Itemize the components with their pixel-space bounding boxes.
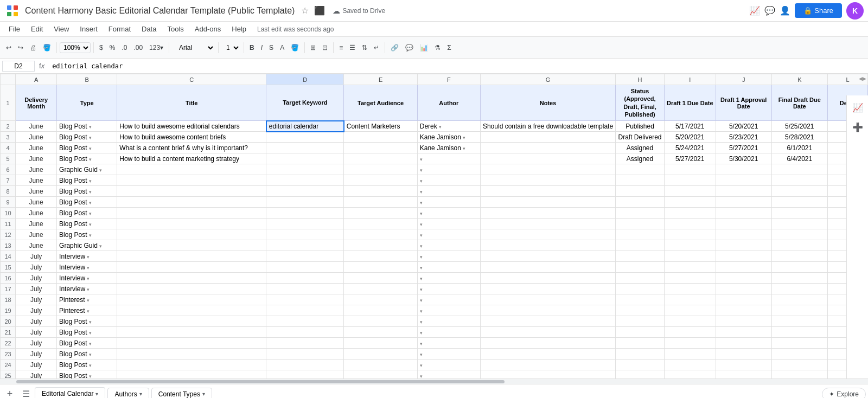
cell-draft1-due[interactable]: 5/17/2021 <box>664 121 716 132</box>
cell-draft1-approval[interactable] <box>716 197 771 208</box>
cell-delivery-month[interactable]: June <box>16 153 57 164</box>
cell-status[interactable] <box>616 197 665 208</box>
cell-title[interactable] <box>117 262 266 273</box>
row-num-15[interactable]: 15 <box>1 262 16 273</box>
cell-status[interactable] <box>616 164 665 175</box>
cell-draft1-approval[interactable] <box>716 208 771 219</box>
cell-delivery-month[interactable]: June <box>16 164 57 175</box>
cell-delivery-month[interactable]: June <box>16 208 57 219</box>
cell-target-audience[interactable] <box>344 175 417 186</box>
cell-title[interactable] <box>117 186 266 197</box>
cell-notes[interactable] <box>480 153 615 164</box>
cell-delivery-month[interactable]: July <box>16 360 57 370</box>
header-cell-F[interactable]: Author <box>417 85 480 121</box>
cell-notes[interactable] <box>480 186 615 197</box>
cell-notes[interactable] <box>480 175 615 186</box>
menu-view[interactable]: View <box>49 24 73 34</box>
cell-type[interactable]: Blog Post ▾ <box>57 316 117 327</box>
cell-final-draft-due[interactable] <box>771 251 827 262</box>
cell-delivery-month[interactable]: June <box>16 240 57 251</box>
cell-type[interactable]: Graphic Guid ▾ <box>57 240 117 251</box>
cell-type[interactable]: Pinterest ▾ <box>57 294 117 305</box>
cell-type[interactable]: Pinterest ▾ <box>57 305 117 316</box>
cell-author[interactable]: ▾ <box>417 240 480 251</box>
cell-final-draft-due[interactable] <box>771 273 827 284</box>
cell-type[interactable]: Blog Post ▾ <box>57 338 117 349</box>
row-num-9[interactable]: 9 <box>1 197 16 208</box>
cell-delivery-month[interactable]: July <box>16 294 57 305</box>
cell-notes[interactable] <box>480 197 615 208</box>
cell-status[interactable] <box>616 240 665 251</box>
cell-target-audience[interactable]: Content Marketers <box>344 121 417 132</box>
cell-type[interactable]: Blog Post ▾ <box>57 121 117 132</box>
cell-author[interactable]: ▾ <box>417 153 480 164</box>
cell-draft1-due[interactable] <box>664 186 716 197</box>
cell-status[interactable] <box>616 305 665 316</box>
explore-button[interactable]: ✦ Explore <box>822 388 866 399</box>
cell-draft1-approval[interactable] <box>716 349 771 360</box>
cell-status[interactable] <box>616 284 665 294</box>
cell-draft1-approval[interactable] <box>716 273 771 284</box>
cell-draft1-approval[interactable] <box>716 360 771 370</box>
percent-button[interactable]: % <box>107 42 118 54</box>
cell-draft1-due[interactable] <box>664 175 716 186</box>
col-header-L[interactable]: L ◀▶ <box>827 74 867 85</box>
cell-status[interactable] <box>616 262 665 273</box>
cell-draft1-approval[interactable] <box>716 229 771 240</box>
cell-target-audience[interactable] <box>344 219 417 229</box>
cell-delivery-month[interactable]: July <box>16 262 57 273</box>
cell-delivery-month[interactable]: June <box>16 143 57 153</box>
filter-button[interactable]: ⚗ <box>432 42 443 54</box>
col-header-C[interactable]: C <box>117 74 266 85</box>
cell-draft1-due[interactable] <box>664 370 716 378</box>
cell-draft1-due[interactable] <box>664 164 716 175</box>
cell-author[interactable]: ▾ <box>417 284 480 294</box>
cell-draft1-approval[interactable] <box>716 338 771 349</box>
cell-notes[interactable] <box>480 360 615 370</box>
cell-status[interactable] <box>616 186 665 197</box>
cell-final-draft-due[interactable] <box>771 305 827 316</box>
cell-author[interactable]: ▾ <box>417 197 480 208</box>
formula-button[interactable]: Σ <box>444 42 454 54</box>
comment-toolbar-button[interactable]: 💬 <box>403 42 416 54</box>
cell-type[interactable]: Blog Post ▾ <box>57 370 117 378</box>
cell-notes[interactable] <box>480 262 615 273</box>
cell-title[interactable] <box>117 175 266 186</box>
cell-status[interactable]: Published <box>616 121 665 132</box>
row-num-11[interactable]: 11 <box>1 219 16 229</box>
row-num-24[interactable]: 24 <box>1 360 16 370</box>
format-button[interactable]: 123▾ <box>146 42 166 54</box>
cell-target-keyword[interactable] <box>266 229 344 240</box>
vertical-align-button[interactable]: ⇅ <box>359 42 370 54</box>
row-num-21[interactable]: 21 <box>1 327 16 338</box>
cell-draft1-approval[interactable] <box>716 186 771 197</box>
header-cell-E[interactable]: Target Audience <box>344 85 417 121</box>
cell-draft1-approval[interactable] <box>716 327 771 338</box>
cell-draft1-due[interactable] <box>664 197 716 208</box>
cell-type[interactable]: Blog Post ▾ <box>57 153 117 164</box>
font-size-select[interactable]: 10 11 12 14 <box>221 42 241 54</box>
cell-author[interactable]: ▾ <box>417 360 480 370</box>
cell-final-draft-due[interactable] <box>771 294 827 305</box>
col-header-G[interactable]: G <box>480 74 615 85</box>
cell-target-audience[interactable] <box>344 349 417 360</box>
cell-target-keyword[interactable] <box>266 327 344 338</box>
cell-delivery-month[interactable]: July <box>16 349 57 360</box>
cell-author[interactable]: ▾ <box>417 186 480 197</box>
sheet-tab-authors[interactable]: Authors ▾ <box>107 388 149 399</box>
add-user-icon[interactable]: 👤 <box>780 5 790 16</box>
cell-target-audience[interactable] <box>344 305 417 316</box>
cell-delivery-month[interactable]: June <box>16 229 57 240</box>
cell-title[interactable] <box>117 370 266 378</box>
cell-draft1-due[interactable] <box>664 294 716 305</box>
link-button[interactable]: 🔗 <box>388 42 401 54</box>
cell-final-draft-due[interactable] <box>771 186 827 197</box>
row-num-14[interactable]: 14 <box>1 251 16 262</box>
decimal1-button[interactable]: .0 <box>119 42 130 54</box>
cell-author[interactable]: ▾ <box>417 262 480 273</box>
cell-draft1-due[interactable] <box>664 327 716 338</box>
cell-notes[interactable] <box>480 327 615 338</box>
cell-draft1-due[interactable] <box>664 219 716 229</box>
cell-final-draft-due[interactable] <box>771 370 827 378</box>
row-num-2[interactable]: 2 <box>1 121 16 132</box>
